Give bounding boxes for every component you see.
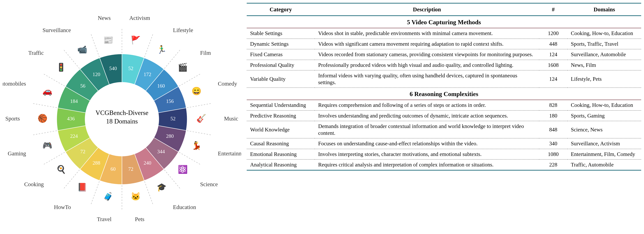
radial-divider — [44, 74, 65, 86]
section-header-row: 6 Reasoning Complexities — [247, 88, 641, 100]
comedy-icon: 😄 — [192, 86, 202, 96]
slice-value: 172 — [144, 72, 151, 77]
slice-value: 344 — [157, 149, 165, 154]
cell-description: Involves interpreting stories, character… — [315, 149, 539, 159]
radial-divider — [179, 74, 201, 86]
domain-label: Activism — [129, 15, 150, 21]
domain-label: Surveillance — [42, 27, 71, 33]
col-domains: Domains — [568, 3, 641, 16]
domain-label: Music — [224, 115, 238, 122]
howto-icon: 📕 — [77, 182, 87, 192]
table-row: Analytical ReasoningRequires critical an… — [247, 159, 641, 170]
travel-icon: 🧳 — [103, 192, 113, 201]
slice-value: 72 — [80, 149, 85, 154]
cell-count: 340 — [539, 138, 568, 149]
cell-description: Videos recorded from stationary cameras,… — [315, 49, 539, 60]
slice-value: 240 — [144, 160, 151, 166]
domain-label: HowTo — [54, 204, 71, 210]
traffic-icon: 🚦 — [56, 63, 66, 72]
table-row: Sequential UnderstandingRequires compreh… — [247, 100, 641, 111]
slice-value: 120 — [92, 72, 100, 77]
cell-description: Professionally produced videos with high… — [315, 60, 539, 70]
cell-domains: Surveillance, Activism — [568, 138, 641, 149]
news-icon: 📰 — [103, 35, 113, 45]
sports-icon: 🏀 — [38, 114, 48, 123]
table-row: Professional QualityProfessionally produ… — [247, 60, 641, 70]
film-icon: 🎬 — [178, 63, 188, 72]
cell-description: Informal videos with varying quality, of… — [315, 70, 539, 88]
slice-value: 56 — [80, 83, 85, 89]
section-title: 5 Video Capturing Methods — [247, 16, 641, 28]
cell-category: Analytical Reasoning — [247, 159, 315, 170]
table-row: Variable QualityInformal videos with var… — [247, 70, 641, 88]
cell-description: Focuses on understanding cause-and-effec… — [315, 138, 539, 149]
slice-value: 224 — [70, 133, 78, 139]
table-row: World KnowledgeDemands integration of br… — [247, 121, 641, 138]
cell-count: 180 — [539, 110, 568, 121]
pets-icon: 🐱 — [131, 192, 141, 201]
cooking-icon: 🍳 — [56, 165, 66, 174]
slice-value: 288 — [92, 160, 100, 166]
table-row: Causal ReasoningFocuses on understanding… — [247, 138, 641, 149]
domain-label: Travel — [97, 216, 112, 222]
radial-divider — [44, 152, 65, 165]
education-icon: 🎓 — [157, 182, 166, 192]
table-row: Fixed CamerasVideos recorded from statio… — [247, 49, 641, 60]
cell-description: Requires critical analysis and interpret… — [315, 159, 539, 170]
table-row: Emotional ReasoningInvolves interpreting… — [247, 149, 641, 159]
cell-category: Professional Quality — [247, 60, 315, 70]
domain-label: Gaming — [8, 150, 26, 157]
radial-divider — [179, 152, 201, 165]
gaming-icon: 🎮 — [42, 141, 52, 150]
cell-domains: Science, News — [568, 121, 641, 138]
cell-description: Requires comprehension and following of … — [315, 100, 539, 111]
domain-label: Automobiles — [3, 80, 26, 87]
activism-icon: 🚩 — [131, 35, 141, 45]
cell-category: Predictive Reasoning — [247, 110, 315, 121]
entertainment-icon: 💃 — [192, 141, 202, 150]
cell-category: Fixed Cameras — [247, 49, 315, 60]
cell-description: Videos with significant camera movement … — [315, 39, 539, 49]
cell-domains: Cooking, How-to, Education — [568, 100, 641, 111]
cell-description: Demands integration of broader contextua… — [315, 121, 539, 138]
donut-svg: 52🚩Activism172🏃‍♂️Lifestyle160🎬Film156😄C… — [3, 3, 241, 231]
radial-divider — [187, 103, 211, 108]
domain-label: Lifestyle — [173, 27, 193, 33]
cell-count: 1200 — [539, 28, 568, 39]
cell-category: World Knowledge — [247, 121, 315, 138]
cell-count: 848 — [539, 121, 568, 138]
benchmark-table: Category Description # Domains 5 Video C… — [247, 3, 641, 171]
cell-domains: Traffic, Automobile — [568, 159, 641, 170]
domain-label: Pets — [135, 216, 144, 222]
radial-divider — [32, 103, 57, 108]
cell-count: 1080 — [539, 149, 568, 159]
lifestyle-icon: 🏃‍♂️ — [157, 45, 166, 54]
cell-category: Sequential Understanding — [247, 100, 315, 111]
music-icon: 🎸 — [196, 114, 206, 123]
cell-count: 1608 — [539, 60, 568, 70]
slice-value: 436 — [67, 116, 75, 121]
cell-category: Emotional Reasoning — [247, 149, 315, 159]
radial-divider — [187, 131, 211, 135]
cell-domains: Surveillance, Automobile — [568, 49, 641, 60]
donut-chart: 52🚩Activism172🏃‍♂️Lifestyle160🎬Film156😄C… — [3, 3, 241, 231]
table-header-row: Category Description # Domains — [247, 3, 641, 16]
cell-count: 228 — [539, 159, 568, 170]
cell-count: 124 — [539, 49, 568, 60]
table-row: Predictive ReasoningInvolves understandi… — [247, 110, 641, 121]
domain-label: Film — [200, 50, 211, 56]
slice-value: 60 — [110, 166, 116, 172]
cell-description: Videos shot in stable, predictable envir… — [315, 28, 539, 39]
cell-category: Variable Quality — [247, 70, 315, 88]
cell-domains: Entertainment, Film, Comedy — [568, 149, 641, 159]
domain-label: Entertainment — [218, 150, 241, 157]
science-icon: ⚛️ — [178, 165, 188, 174]
domain-label: Comedy — [218, 80, 237, 87]
domain-label: Traffic — [28, 50, 44, 56]
radial-divider — [32, 131, 57, 135]
slice-value: 160 — [157, 83, 165, 89]
cell-category: Causal Reasoning — [247, 138, 315, 149]
slice-value: 72 — [128, 166, 134, 172]
slice-value: 52 — [128, 66, 134, 71]
slice-value: 52 — [170, 116, 176, 121]
